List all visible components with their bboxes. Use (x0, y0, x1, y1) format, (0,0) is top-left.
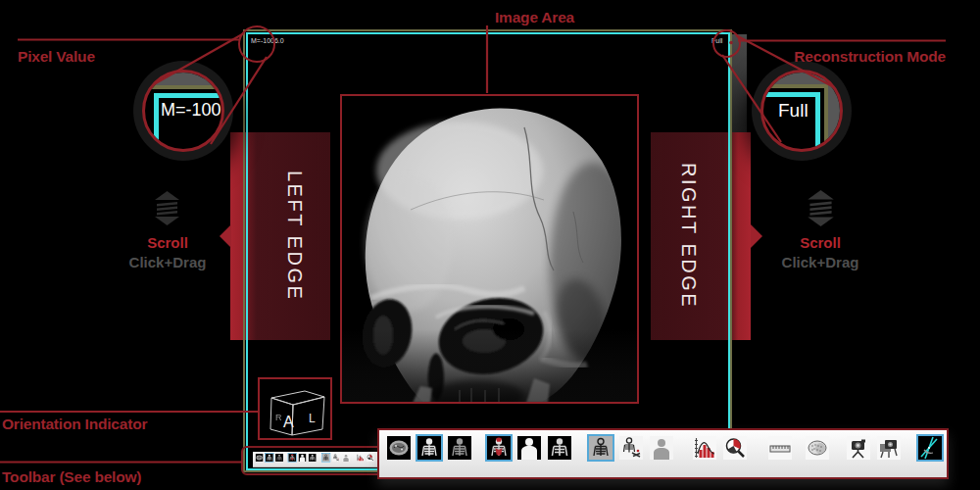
skull-highlight-rect (340, 94, 639, 404)
patient-silhouette-icon[interactable] (648, 434, 675, 462)
toolbar-label: Toolbar (See below) (2, 468, 141, 486)
right-edge-arrow (751, 224, 762, 248)
reconstruction-magnifier: Full (760, 70, 843, 152)
annotated-viewer-screenshot: LEFT EDGE RIGHT EDGE M=-1006.0 Full (0, 0, 980, 490)
reconstruction-source-circle (712, 29, 741, 58)
region-analysis-magnifier-icon[interactable] (721, 434, 749, 462)
orientation-indicator-label: Orientation Indicator (2, 416, 147, 433)
image-area-label: Image Area (495, 9, 574, 26)
sphere-object-icon[interactable] (804, 434, 831, 462)
movie-recorder-icon[interactable] (875, 434, 903, 462)
pixel-value-magnifier: M=-1006 (142, 70, 224, 152)
skeleton-edit-tools-icon[interactable] (617, 434, 645, 462)
click-drag-label-left: Click+Drag (114, 254, 221, 270)
click-drag-label-right: Click+Drag (766, 254, 874, 270)
scroll-label-right: Scroll (781, 234, 859, 251)
scroll-stack-icon (806, 190, 836, 227)
angle-measurement-icon[interactable] (916, 434, 944, 462)
orientation-cube-highlight-rect (258, 377, 332, 440)
scroll-label-left: Scroll (128, 234, 207, 251)
reconstruction-mode-label: Reconstruction Mode (794, 48, 946, 66)
scroll-stack-icon (154, 191, 180, 226)
muscle-tissue-view-icon[interactable] (485, 434, 513, 462)
magnified-toolbar-row (379, 430, 947, 477)
magnified-pixel-value-text: M=-1006 (161, 100, 224, 121)
snapshot-camera-icon[interactable] (845, 434, 872, 462)
measure-ruler-icon[interactable] (766, 434, 794, 462)
bone-density-view-icon[interactable] (446, 434, 473, 462)
soft-tissue-view-icon[interactable] (515, 434, 543, 462)
pixel-value-source-circle (238, 25, 275, 63)
left-edge-arrow (220, 224, 231, 248)
skeleton-view-icon[interactable] (416, 434, 443, 462)
pixel-value-label: Pixel Value (18, 48, 95, 66)
histogram-analysis-icon[interactable] (691, 434, 718, 462)
magnified-reconstruction-text: Full (778, 100, 808, 122)
skeleton-xray-view-icon[interactable] (546, 434, 573, 462)
segmented-skeleton-view-icon[interactable] (587, 434, 614, 462)
axial-slice-view-icon[interactable] (385, 434, 413, 462)
magnified-toolbar (377, 428, 949, 479)
